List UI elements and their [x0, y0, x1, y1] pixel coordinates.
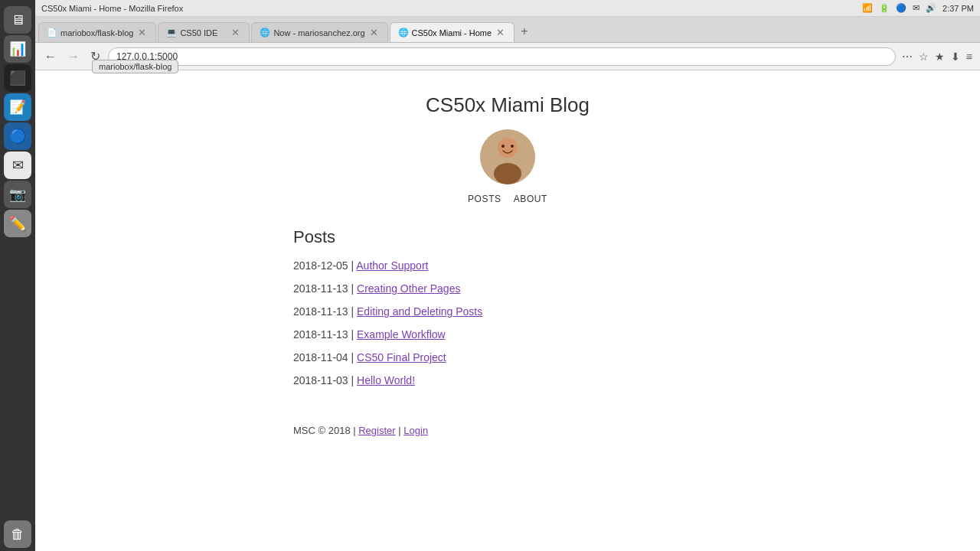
post-item-2: 2018-11-13 | Creating Other Pages — [293, 282, 722, 295]
os-icon-edit[interactable]: ✏️ — [4, 210, 31, 237]
tab-label-2: CS50 IDE — [180, 28, 227, 37]
post-date-4: 2018-11-13 | — [293, 328, 354, 341]
post-item-4: 2018-11-13 | Example Workflow — [293, 328, 722, 341]
post-date-3: 2018-11-13 | — [293, 305, 354, 318]
nav-posts[interactable]: POSTS — [468, 194, 501, 204]
os-icon-app[interactable]: 🔵 — [4, 122, 31, 150]
post-link-5[interactable]: CS50 Final Project — [357, 351, 446, 364]
star-icon[interactable]: ★ — [933, 49, 946, 64]
post-date-1: 2018-12-05 | — [293, 259, 354, 272]
avatar-wrapper — [293, 129, 722, 184]
download-icon[interactable]: ⬇ — [949, 49, 962, 64]
os-icon-finder[interactable]: 🖥 — [4, 6, 31, 34]
tab-favicon-2: 💻 — [166, 28, 177, 38]
main-nav: POSTS ABOUT — [293, 194, 722, 204]
volume-icon: 🔊 — [926, 3, 936, 13]
tab-label-4: CS50x Miami - Home — [412, 28, 492, 37]
os-icon-terminal[interactable]: ⬛ — [4, 64, 31, 92]
posts-section: Posts 2018-12-05 | Author Support 2018-1… — [293, 227, 722, 386]
browser-content: CS50x Miami Blog — [35, 70, 980, 551]
post-item-1: 2018-12-05 | Author Support — [293, 259, 722, 272]
tab-cs50ide[interactable]: 💻 CS50 IDE ✕ — [158, 22, 250, 42]
footer-login[interactable]: Login — [403, 425, 428, 436]
footer-register[interactable]: Register — [358, 425, 395, 436]
tab-close-2[interactable]: ✕ — [230, 27, 241, 38]
new-tab-button[interactable]: + — [516, 23, 532, 40]
blog-title: CS50x Miami Blog — [293, 93, 722, 117]
os-icon-monitor[interactable]: 📊 — [4, 35, 31, 63]
svg-point-2 — [494, 163, 521, 184]
tab-label-3: Now - mariosanchez.org — [273, 28, 364, 37]
post-link-4[interactable]: Example Workflow — [357, 328, 446, 341]
url-input[interactable] — [108, 47, 896, 66]
os-sidebar: 🖥 📊 ⬛ 📝 🔵 ✉ 📷 ✏️ 🗑 — [0, 0, 35, 551]
tab-favicon-3: 🌐 — [260, 28, 270, 38]
post-link-3[interactable]: Editing and Deleting Posts — [357, 305, 482, 318]
post-date-6: 2018-11-03 | — [293, 374, 354, 386]
page-body: CS50x Miami Blog — [278, 70, 737, 551]
mail-icon: ✉ — [913, 3, 920, 13]
os-icon-mail[interactable]: ✉ — [4, 152, 31, 179]
menu-icon[interactable]: ≡ — [965, 49, 974, 64]
os-icon-vscode[interactable]: 📝 — [4, 93, 31, 121]
post-item-3: 2018-11-13 | Editing and Deleting Posts — [293, 305, 722, 318]
battery-icon: 🔋 — [879, 3, 890, 13]
os-icon-trash[interactable]: 🗑 — [4, 520, 31, 548]
footer-copyright: MSC © 2018 | — [293, 425, 356, 436]
tab-favicon-1: 📄 — [47, 28, 57, 38]
svg-point-1 — [498, 138, 518, 158]
tab-cs50miami[interactable]: 🌐 CS50x Miami - Home ✕ — [390, 22, 515, 42]
post-link-6[interactable]: Hello World! — [357, 374, 415, 386]
nav-about[interactable]: ABOUT — [514, 194, 547, 204]
browser-window: CS50x Miami - Home - Mozilla Firefox 📶 🔋… — [35, 0, 980, 551]
back-button[interactable]: ← — [41, 48, 60, 65]
tab-close-1[interactable]: ✕ — [136, 27, 148, 38]
posts-heading: Posts — [293, 227, 722, 247]
post-item-5: 2018-11-04 | CS50 Final Project — [293, 351, 722, 364]
title-bar: CS50x Miami - Home - Mozilla Firefox 📶 🔋… — [35, 0, 980, 17]
os-icon-camera[interactable]: 📷 — [4, 181, 31, 208]
wifi-icon: 📶 — [862, 3, 873, 13]
post-link-2[interactable]: Creating Other Pages — [357, 282, 460, 295]
avatar-image — [480, 129, 535, 184]
toolbar-icons: ⋯ ☆ ★ ⬇ ≡ — [900, 49, 974, 64]
bookmark-icon[interactable]: ☆ — [917, 49, 930, 64]
url-tooltip: mariobox/flask-blog — [92, 60, 178, 73]
footer: MSC © 2018 | Register | Login — [293, 417, 722, 436]
tab-label-1: mariobox/flask-blog — [60, 28, 133, 37]
tab-close-3[interactable]: ✕ — [368, 27, 380, 38]
post-date-5: 2018-11-04 | — [293, 351, 354, 364]
more-icon[interactable]: ⋯ — [900, 49, 914, 64]
avatar — [480, 129, 535, 184]
svg-point-3 — [501, 145, 505, 148]
tab-close-4[interactable]: ✕ — [495, 27, 506, 38]
post-date-2: 2018-11-13 | — [293, 282, 354, 295]
forward-button[interactable]: → — [64, 48, 83, 65]
post-item-6: 2018-11-03 | Hello World! — [293, 374, 722, 386]
tab-now[interactable]: 🌐 Now - mariosanchez.org ✕ — [251, 22, 387, 42]
tab-bar: 📄 mariobox/flask-blog ✕ 💻 CS50 IDE ✕ 🌐 N… — [35, 17, 980, 43]
tab-flask-blog[interactable]: 📄 mariobox/flask-blog ✕ — [38, 22, 156, 42]
clock: 2:37 PM — [942, 4, 974, 13]
tab-favicon-4: 🌐 — [398, 28, 409, 38]
bluetooth-icon: 🔵 — [896, 3, 906, 13]
footer-separator: | — [398, 425, 400, 436]
svg-point-4 — [511, 145, 514, 148]
post-link-1[interactable]: Author Support — [356, 259, 428, 272]
window-title: CS50x Miami - Home - Mozilla Firefox — [41, 4, 183, 13]
